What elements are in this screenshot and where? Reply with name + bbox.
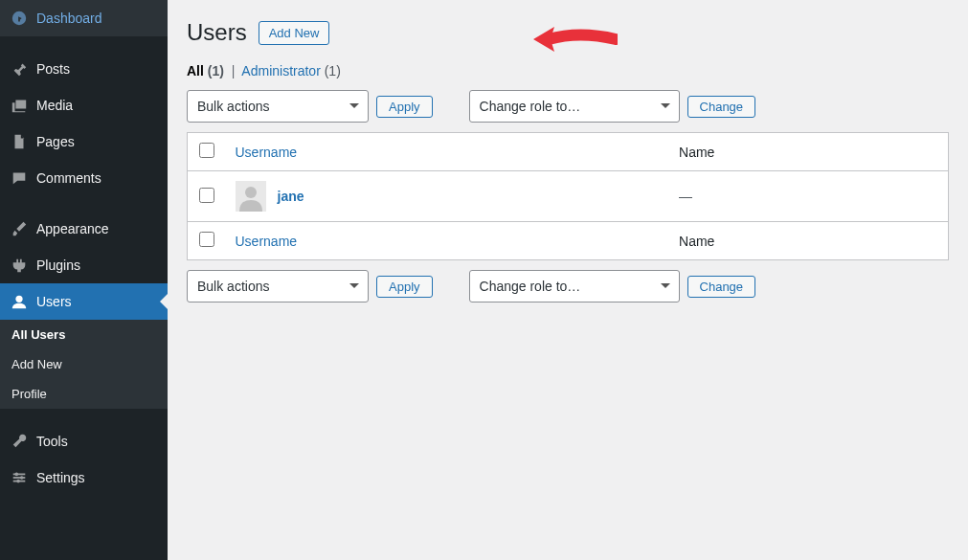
settings-icon: [10, 468, 29, 487]
filter-all[interactable]: All (1): [187, 63, 224, 78]
sidebar-item-users[interactable]: Users: [0, 283, 168, 320]
submenu-profile[interactable]: Profile: [0, 379, 168, 409]
apply-button[interactable]: Apply: [376, 96, 433, 118]
apply-button-bottom[interactable]: Apply: [376, 276, 433, 298]
col-name: Name: [669, 133, 948, 171]
sidebar-label: Dashboard: [36, 11, 102, 26]
wrench-icon: [10, 432, 29, 451]
sidebar-item-dashboard[interactable]: Dashboard: [0, 0, 168, 36]
name-cell: —: [669, 171, 948, 222]
pin-icon: [10, 59, 29, 78]
dashboard-icon: [10, 9, 29, 28]
page-icon: [10, 132, 29, 151]
avatar: [236, 181, 266, 212]
svg-point-5: [20, 476, 24, 480]
sidebar-label: Pages: [36, 134, 75, 149]
tablenav-bottom: Bulk actions Apply Change role to… Chang…: [187, 270, 949, 302]
username-link[interactable]: jane: [278, 189, 304, 204]
sidebar-item-posts[interactable]: Posts: [0, 51, 168, 87]
tablenav-top: Bulk actions Apply Change role to… Chang…: [187, 90, 949, 123]
col-username: Username: [226, 133, 670, 171]
users-table: Username Name jane —: [187, 132, 949, 260]
change-button-bottom[interactable]: Change: [687, 276, 756, 298]
filter-administrator[interactable]: Administrator (1): [241, 63, 340, 78]
sidebar-label: Comments: [36, 170, 101, 186]
svg-point-4: [15, 473, 19, 477]
sidebar-label: Users: [36, 294, 72, 309]
annotation-arrow: [531, 23, 618, 58]
bulk-actions-select-bottom[interactable]: Bulk actions: [187, 270, 369, 302]
change-button[interactable]: Change: [687, 96, 756, 118]
select-all-checkbox[interactable]: [199, 143, 214, 158]
sidebar-label: Media: [36, 98, 73, 113]
sidebar-item-media[interactable]: Media: [0, 87, 168, 123]
change-role-select[interactable]: Change role to…: [469, 90, 680, 123]
media-icon: [10, 96, 29, 115]
sidebar-item-comments[interactable]: Comments: [0, 160, 168, 196]
sidebar-item-tools[interactable]: Tools: [0, 423, 168, 459]
sidebar-label: Tools: [36, 434, 68, 449]
sidebar-item-plugins[interactable]: Plugins: [0, 247, 168, 283]
sidebar-label: Plugins: [36, 258, 80, 273]
select-all-checkbox-bottom[interactable]: [199, 232, 214, 247]
comment-icon: [10, 168, 29, 188]
submenu-add-new[interactable]: Add New: [0, 349, 168, 379]
admin-sidebar: Dashboard Posts Media Pages Comments App…: [0, 0, 168, 560]
change-role-select-bottom[interactable]: Change role to…: [469, 270, 680, 302]
svg-point-6: [16, 480, 20, 483]
svg-point-0: [15, 296, 22, 302]
plugin-icon: [10, 256, 29, 275]
table-row: jane —: [188, 171, 949, 222]
sidebar-label: Settings: [36, 470, 85, 485]
sidebar-label: Posts: [36, 61, 70, 77]
add-new-button[interactable]: Add New: [259, 21, 330, 45]
sidebar-item-settings[interactable]: Settings: [0, 459, 168, 496]
row-checkbox[interactable]: [199, 188, 214, 203]
main-content: Users Add New All (1) | Administrator (1…: [168, 0, 968, 560]
users-icon: [10, 292, 29, 311]
bulk-actions-select[interactable]: Bulk actions: [187, 90, 369, 123]
brush-icon: [10, 219, 29, 238]
sidebar-label: Appearance: [36, 221, 109, 236]
sidebar-item-pages[interactable]: Pages: [0, 123, 168, 160]
sidebar-item-appearance[interactable]: Appearance: [0, 211, 168, 247]
page-title: Users: [187, 19, 247, 46]
users-submenu: All Users Add New Profile: [0, 320, 168, 409]
view-filters: All (1) | Administrator (1): [187, 63, 949, 78]
submenu-all-users[interactable]: All Users: [0, 320, 168, 349]
